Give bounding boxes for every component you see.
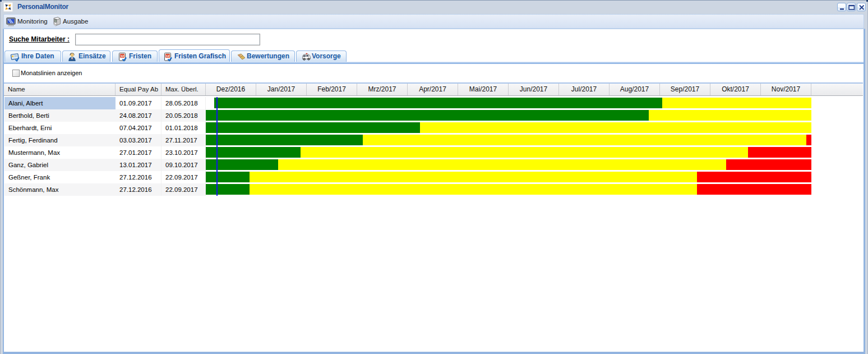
svg-text:12: 12 bbox=[166, 54, 170, 58]
svg-text:12: 12 bbox=[121, 54, 124, 58]
